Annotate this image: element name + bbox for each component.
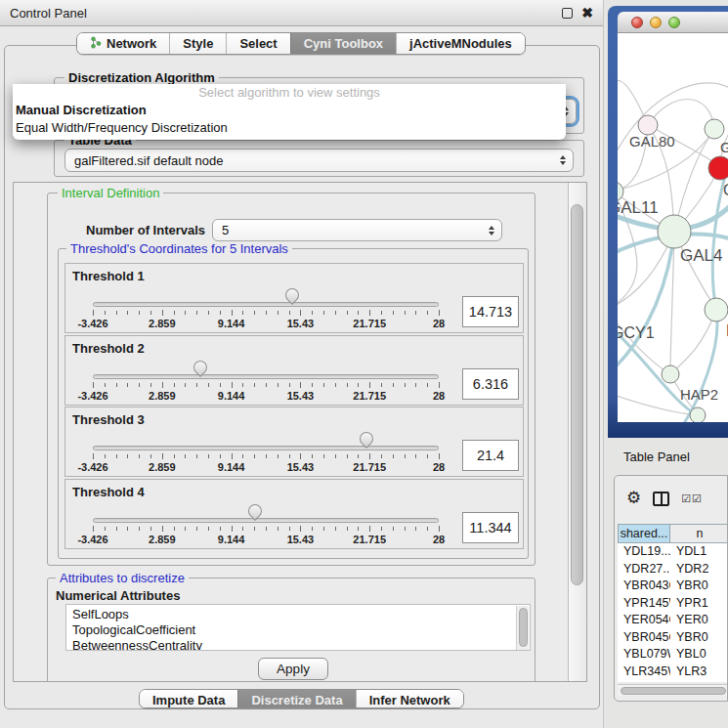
cell-shared-name[interactable]: YBR043C bbox=[618, 578, 670, 595]
tick-label: 15.43 bbox=[287, 461, 315, 473]
tick-mark bbox=[300, 526, 301, 532]
select-columns-icon[interactable]: ☑☑ bbox=[681, 492, 703, 505]
column-header-name[interactable]: n bbox=[670, 525, 728, 542]
tab-cyni-toolbox[interactable]: Cyni Toolbox bbox=[290, 33, 396, 54]
control-panel-window: Control Panel ✖ NetworkStyleSelectCyni T… bbox=[0, 0, 604, 728]
table-row[interactable]: YER054CYER0 bbox=[618, 612, 728, 629]
tab-style[interactable]: Style bbox=[169, 33, 226, 54]
tick-label: 28 bbox=[433, 318, 445, 329]
cell-name[interactable]: YLR3 bbox=[670, 664, 728, 681]
tab-select[interactable]: Select bbox=[226, 33, 289, 54]
tick-mark bbox=[358, 527, 359, 531]
tab-jactivemnodules[interactable]: jActiveMNodules bbox=[396, 33, 525, 54]
table-row[interactable]: YPR145WYPR1 bbox=[618, 595, 728, 613]
cell-shared-name[interactable]: YBR045C bbox=[618, 629, 670, 647]
network-node-gal80[interactable] bbox=[638, 115, 658, 135]
algorithm-placeholder-option[interactable]: Select algorithm to view settings bbox=[13, 84, 566, 102]
table-row[interactable]: YDL19...YDL1 bbox=[618, 543, 728, 561]
tab-label: Impute Data bbox=[152, 693, 225, 707]
list-scrollbar[interactable] bbox=[516, 606, 529, 651]
slider-track[interactable] bbox=[93, 374, 439, 379]
tab-network[interactable]: Network bbox=[77, 33, 169, 54]
network-canvas[interactable]: GAL80GACGAL11GAL4GCY1HHAP2 bbox=[618, 33, 728, 422]
cell-shared-name[interactable]: YDR27... bbox=[618, 561, 670, 578]
column-header-shared-name[interactable]: shared... bbox=[619, 525, 670, 542]
network-node-gal4[interactable] bbox=[658, 215, 691, 248]
algorithm-option-manual-discretization[interactable]: Manual Discretization bbox=[13, 102, 566, 119]
cell-shared-name[interactable]: YLR345W bbox=[618, 664, 670, 681]
bottom-tab-infer-network[interactable]: Infer Network bbox=[356, 690, 463, 708]
network-node[interactable] bbox=[690, 407, 706, 422]
bottom-tab-impute-data[interactable]: Impute Data bbox=[140, 690, 237, 708]
network-node-ga[interactable] bbox=[705, 119, 724, 139]
table-data-combobox[interactable]: galFiltered.sif default node bbox=[64, 149, 574, 172]
tick-label: 9.144 bbox=[218, 390, 245, 402]
cell-shared-name[interactable]: YER054C bbox=[618, 612, 670, 629]
network-window-titlebar[interactable] bbox=[618, 12, 728, 33]
cell-name[interactable]: YBR0 bbox=[670, 629, 728, 647]
attribute-item-betweennesscentrality[interactable]: BetweennessCentrality bbox=[72, 638, 530, 651]
threshold-value-field[interactable]: 21.4 bbox=[462, 440, 519, 471]
algorithm-settings-panel: Interval Definition Number of Intervals … bbox=[13, 182, 587, 682]
cell-shared-name[interactable]: YDL19... bbox=[618, 543, 670, 561]
cell-name[interactable]: YBR0 bbox=[670, 578, 728, 595]
cell-name[interactable]: YIL0 bbox=[670, 680, 728, 682]
list-scrollbar-thumb[interactable] bbox=[519, 608, 528, 647]
tick-mark bbox=[278, 311, 278, 315]
table-row[interactable]: YBR043CYBR0 bbox=[618, 578, 728, 595]
table-hscroll-thumb[interactable] bbox=[621, 687, 726, 695]
cell-name[interactable]: YDR2 bbox=[670, 561, 728, 578]
tick-mark bbox=[358, 383, 359, 387]
tick-label: 9.144 bbox=[218, 534, 245, 545]
table-horizontal-scrollbar[interactable] bbox=[618, 684, 728, 696]
network-node-h[interactable] bbox=[705, 298, 728, 321]
minimize-button[interactable] bbox=[650, 17, 662, 28]
tick-label: 21.715 bbox=[353, 461, 386, 473]
network-node-hap2[interactable] bbox=[662, 365, 679, 383]
algorithm-option-equal-width-frequency-discretization[interactable]: Equal Width/Frequency Discretization bbox=[13, 119, 566, 137]
tick-mark bbox=[174, 383, 175, 387]
cell-shared-name[interactable]: YPR145W bbox=[618, 595, 670, 613]
slider-track[interactable] bbox=[93, 518, 439, 523]
attribute-item-selfloops[interactable]: SelfLoops bbox=[72, 607, 530, 622]
settings-scrollbar-thumb[interactable] bbox=[571, 204, 583, 585]
threshold-label: Threshold 4 bbox=[72, 485, 145, 499]
settings-scrollbar[interactable] bbox=[568, 183, 586, 681]
slider-track[interactable] bbox=[93, 302, 439, 307]
zoom-button[interactable] bbox=[668, 17, 680, 28]
network-graph[interactable]: GAL80GACGAL11GAL4GCY1HHAP2 bbox=[618, 33, 728, 422]
bottom-tab-discretize-data[interactable]: Discretize Data bbox=[237, 690, 355, 708]
node-label: GAL80 bbox=[629, 133, 675, 150]
close-icon[interactable]: ✖ bbox=[581, 8, 593, 19]
network-node-c[interactable] bbox=[708, 156, 728, 180]
table-row[interactable]: YBR045CYBR0 bbox=[618, 629, 728, 647]
table-row[interactable]: YBL079WYBL0 bbox=[618, 646, 728, 664]
tick-label: -3.426 bbox=[77, 390, 107, 402]
tick-mark bbox=[254, 454, 255, 458]
threshold-value-field[interactable]: 6.316 bbox=[462, 368, 519, 400]
cell-shared-name[interactable]: YIL052C bbox=[618, 680, 670, 682]
gear-icon[interactable]: ⚙ bbox=[626, 489, 641, 508]
attribute-item-topologicalcoefficient[interactable]: TopologicalCoefficient bbox=[72, 622, 530, 638]
columns-icon[interactable] bbox=[653, 492, 669, 506]
threshold-value-field[interactable]: 14.713 bbox=[462, 296, 519, 327]
float-window-icon[interactable] bbox=[562, 8, 573, 19]
slider-track[interactable] bbox=[93, 446, 439, 450]
tick-mark bbox=[415, 527, 416, 531]
numerical-attributes-list[interactable]: SelfLoopsTopologicalCoefficientBetweenne… bbox=[65, 604, 531, 651]
cell-name[interactable]: YBL0 bbox=[670, 646, 728, 664]
number-of-intervals-combobox[interactable]: 5 bbox=[212, 219, 502, 241]
tick-mark bbox=[289, 527, 290, 531]
cell-name[interactable]: YER0 bbox=[670, 612, 728, 629]
threshold-value-field[interactable]: 11.344 bbox=[462, 512, 519, 543]
table-row[interactable]: YDR27...YDR2 bbox=[618, 561, 728, 578]
table-row[interactable]: YIL052CYIL0 bbox=[618, 680, 728, 682]
cell-name[interactable]: YDL1 bbox=[670, 543, 728, 561]
tick-mark bbox=[185, 311, 186, 315]
apply-button[interactable]: Apply bbox=[258, 658, 328, 680]
node-label: C bbox=[723, 182, 728, 198]
cell-name[interactable]: YPR1 bbox=[670, 595, 728, 613]
close-button[interactable] bbox=[631, 17, 643, 28]
table-row[interactable]: YLR345WYLR3 bbox=[618, 664, 728, 681]
cell-shared-name[interactable]: YBL079W bbox=[618, 646, 670, 664]
